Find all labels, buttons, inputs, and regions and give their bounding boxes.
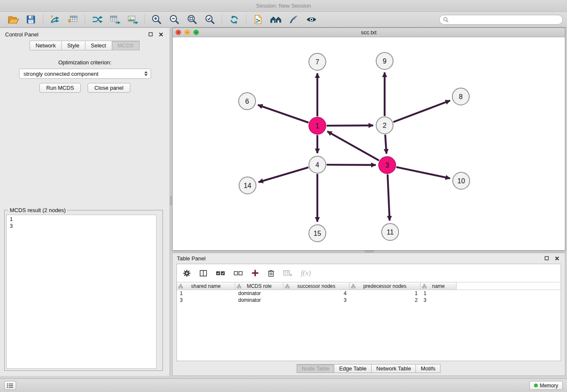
- graph-edge-1-6[interactable]: [258, 105, 309, 123]
- column-header-successor-nodes[interactable]: successor nodes: [284, 282, 350, 290]
- graph-node-1[interactable]: 1: [309, 117, 326, 134]
- window-close-button[interactable]: [176, 30, 181, 35]
- column-function-icon: [351, 284, 355, 288]
- run-mcds-button[interactable]: Run MCDS: [39, 83, 81, 93]
- svg-text:3: 3: [385, 162, 389, 169]
- graph-node-8[interactable]: 8: [452, 88, 469, 105]
- graph-edge-3-11[interactable]: [388, 174, 390, 221]
- graph-node-11[interactable]: 11: [382, 224, 399, 240]
- table-row[interactable]: 1dominator411: [177, 290, 561, 297]
- graph-edge-3-10[interactable]: [396, 167, 450, 179]
- splitter-handle[interactable]: [170, 196, 172, 205]
- status-bar: Memory: [0, 378, 567, 392]
- add-column-button[interactable]: [251, 269, 259, 277]
- list-icon: [7, 383, 14, 388]
- criterion-dropdown-value: strongly connected component: [24, 71, 99, 77]
- window-minimize-button[interactable]: [184, 30, 190, 35]
- import-network-button[interactable]: [46, 13, 64, 26]
- graph-node-10[interactable]: 10: [453, 172, 470, 189]
- tab-motifs[interactable]: Motifs: [416, 364, 440, 373]
- criterion-dropdown[interactable]: strongly connected component: [19, 69, 151, 79]
- zoom-fit-button[interactable]: [183, 13, 201, 26]
- graph-edge-2-3[interactable]: [385, 135, 386, 154]
- export-image-button[interactable]: [124, 13, 141, 26]
- graph-node-15[interactable]: 15: [309, 225, 326, 242]
- task-history-button[interactable]: [4, 381, 16, 390]
- zoom-in-button[interactable]: [148, 13, 165, 26]
- mcds-result-list[interactable]: 1 3: [6, 215, 157, 369]
- column-header-name[interactable]: name: [421, 282, 457, 290]
- network-canvas[interactable]: 7968124314101511: [173, 37, 565, 250]
- table-panel-title: Table Panel: [177, 255, 206, 262]
- network-from-file-button[interactable]: [249, 13, 267, 26]
- graph-node-2[interactable]: 2: [376, 117, 393, 134]
- tab-edge-table[interactable]: Edge Table: [334, 364, 372, 373]
- refresh-icon: [229, 14, 239, 25]
- svg-text:8: 8: [459, 93, 463, 100]
- zoom-out-button[interactable]: [165, 13, 183, 26]
- application-window: Session: New Session: [0, 0, 567, 392]
- deselect-all-icon: [234, 270, 243, 276]
- graph-node-4[interactable]: 4: [309, 156, 326, 173]
- graph-edge-1-2[interactable]: [327, 125, 373, 126]
- graph-edge-3-1[interactable]: [328, 131, 379, 160]
- function-builder-button[interactable]: f(x): [301, 269, 311, 277]
- tab-network[interactable]: Network: [30, 41, 62, 50]
- graph-node-7[interactable]: 7: [309, 53, 326, 70]
- export-table-button[interactable]: [106, 13, 124, 26]
- window-zoom-button[interactable]: [193, 30, 199, 35]
- close-panel-button-label[interactable]: Close panel: [88, 83, 130, 93]
- import-table-button[interactable]: [64, 13, 82, 26]
- open-session-button[interactable]: [4, 13, 22, 26]
- tab-select[interactable]: Select: [85, 41, 112, 50]
- neighbors-button[interactable]: [267, 13, 285, 26]
- search-field[interactable]: [439, 15, 563, 25]
- svg-text:6: 6: [245, 98, 249, 105]
- table-settings-button[interactable]: [183, 269, 191, 277]
- tab-node-table[interactable]: Node Table: [297, 364, 335, 373]
- table-panel: Table Panel: [172, 253, 565, 376]
- network-arrows-button[interactable]: [88, 13, 106, 26]
- close-panel-button[interactable]: [157, 31, 165, 38]
- float-table-panel-button[interactable]: [543, 255, 550, 262]
- zoom-in-icon: [151, 14, 162, 25]
- search-input[interactable]: [451, 17, 559, 23]
- graph-node-6[interactable]: 6: [239, 93, 256, 110]
- tab-style[interactable]: Style: [61, 41, 85, 50]
- graph-node-3[interactable]: 3: [379, 157, 396, 174]
- table-row[interactable]: 3dominator323: [177, 297, 561, 304]
- delete-row-icon: [267, 269, 275, 277]
- column-header-mcds-role[interactable]: MCDS role: [235, 282, 284, 290]
- column-header-predecessor-nodes[interactable]: predecessor nodes: [350, 282, 421, 290]
- select-all-button[interactable]: [216, 270, 225, 276]
- split-panel-button[interactable]: [199, 269, 207, 277]
- graph-node-14[interactable]: 14: [239, 177, 256, 194]
- show-hide-button[interactable]: [303, 13, 320, 26]
- svg-text:11: 11: [387, 229, 394, 236]
- zoom-selected-button[interactable]: [201, 13, 219, 26]
- delete-column-button[interactable]: [267, 269, 275, 277]
- float-panel-button[interactable]: [147, 31, 154, 38]
- column-function-icon: [179, 284, 183, 288]
- graph-node-9[interactable]: 9: [376, 52, 393, 69]
- settings-gear-icon: [183, 269, 191, 277]
- column-header-shared-name[interactable]: shared name: [177, 282, 235, 290]
- graph-edge-4-3[interactable]: [327, 165, 376, 165]
- tab-network-table[interactable]: Network Table: [371, 364, 416, 373]
- memory-button[interactable]: Memory: [529, 381, 563, 390]
- save-session-button[interactable]: [22, 13, 40, 26]
- network-graph[interactable]: 7968124314101511: [173, 37, 565, 250]
- close-table-panel-button[interactable]: [553, 255, 561, 262]
- refresh-button[interactable]: [225, 13, 243, 26]
- column-header-label: MCDS role: [247, 283, 272, 289]
- apply-style-button[interactable]: [285, 13, 303, 26]
- splitter-handle[interactable]: [365, 251, 374, 252]
- delete-table-button[interactable]: [283, 269, 292, 277]
- deselect-all-button[interactable]: [234, 270, 243, 276]
- delete-column-icon: [283, 269, 292, 277]
- window-titlebar: Session: New Session: [0, 0, 567, 12]
- graph-edge-4-14[interactable]: [259, 167, 308, 182]
- graph-edge-2-8[interactable]: [394, 101, 450, 122]
- tab-mcds[interactable]: MCDS: [112, 41, 140, 50]
- export-image-icon: [127, 14, 138, 25]
